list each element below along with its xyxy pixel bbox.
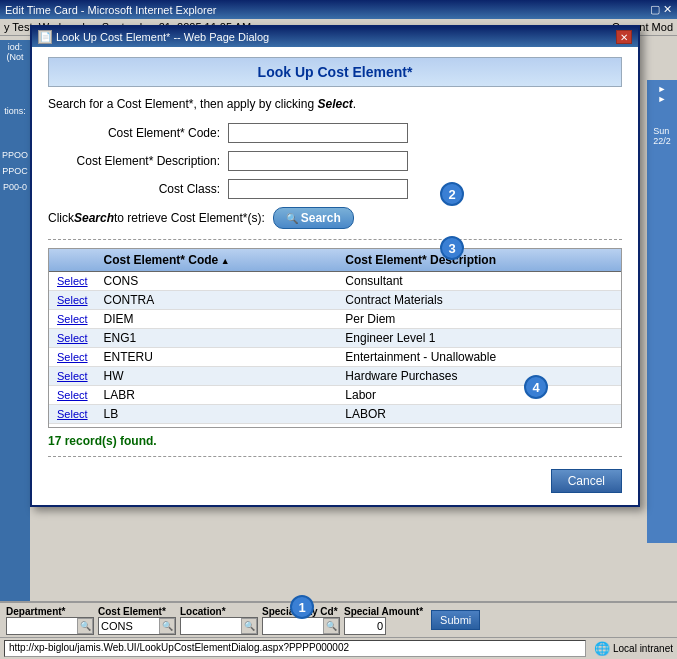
table-row: Select ENG1 Engineer Level 1 bbox=[49, 329, 621, 348]
select-cell: Select bbox=[49, 272, 96, 291]
select-link[interactable]: Select bbox=[57, 408, 88, 420]
search-row: Click Search to retrieve Cost Element*(s… bbox=[48, 207, 622, 229]
left-sidebar: iod:(Not tions: PPOO PPOC P00-0 bbox=[0, 40, 30, 601]
footer-divider bbox=[48, 456, 622, 457]
desc-form-row: Cost Element* Description: bbox=[48, 151, 622, 171]
table-row: Select DIEM Per Diem bbox=[49, 310, 621, 329]
instruction-pre: Search for a Cost Element*, then apply b… bbox=[48, 97, 317, 111]
desc-cell: Contract Materials bbox=[337, 291, 621, 310]
code-cell: MEALS bbox=[96, 424, 338, 429]
cancel-button[interactable]: Cancel bbox=[551, 469, 622, 493]
left-sidebar-label2: tions: bbox=[0, 104, 30, 118]
location-input[interactable] bbox=[181, 618, 241, 634]
table-row: Select ENTERU Entertainment - Unallowabl… bbox=[49, 348, 621, 367]
col1-header bbox=[49, 249, 96, 272]
dept-lookup-btn[interactable]: 🔍 bbox=[77, 618, 93, 634]
desc-cell: Per Diem bbox=[337, 310, 621, 329]
special-amount-input[interactable] bbox=[345, 618, 385, 634]
bottom-form: Department* 🔍 Cost Element* 🔍 Location* … bbox=[0, 601, 677, 637]
special-pay-lookup-btn[interactable]: 🔍 bbox=[323, 618, 339, 634]
dialog-title-left: 📄 Look Up Cost Element* -- Web Page Dial… bbox=[38, 30, 269, 44]
dept-input[interactable] bbox=[7, 618, 77, 634]
location-label: Location* bbox=[180, 606, 226, 617]
dialog-heading: Look Up Cost Element* bbox=[48, 57, 622, 87]
select-link[interactable]: Select bbox=[57, 370, 88, 382]
divider bbox=[48, 239, 622, 240]
class-input[interactable] bbox=[228, 179, 408, 199]
desc-cell: LABOR bbox=[337, 405, 621, 424]
desc-cell: Entertainment - Unallowable bbox=[337, 348, 621, 367]
special-amount-label: Special Amount* bbox=[344, 606, 423, 617]
select-cell: Select bbox=[49, 386, 96, 405]
table-header-row: Cost Element* Code Cost Element* Descrip… bbox=[49, 249, 621, 272]
select-cell: Select bbox=[49, 348, 96, 367]
zone-label: Local intranet bbox=[613, 643, 673, 654]
results-container[interactable]: Cost Element* Code Cost Element* Descrip… bbox=[48, 248, 622, 428]
select-cell: Select bbox=[49, 424, 96, 429]
location-field-group: Location* 🔍 bbox=[180, 606, 258, 635]
dialog-titlebar: 📄 Look Up Cost Element* -- Web Page Dial… bbox=[32, 27, 638, 47]
browser-window: Edit Time Card - Microsoft Internet Expl… bbox=[0, 0, 677, 659]
browser-title: Edit Time Card - Microsoft Internet Expl… bbox=[5, 4, 217, 16]
table-row: Select HW Hardware Purchases bbox=[49, 367, 621, 386]
special-pay-input[interactable] bbox=[263, 618, 323, 634]
lookup-dialog: 📄 Look Up Cost Element* -- Web Page Dial… bbox=[30, 25, 640, 507]
status-zone: 🌐 Local intranet bbox=[594, 641, 673, 656]
right-sidebar-label: ►► bbox=[657, 84, 667, 104]
record-count: 17 record(s) found. bbox=[48, 434, 622, 448]
dialog-close-button[interactable]: ✕ bbox=[616, 30, 632, 44]
code-label: Cost Element* Code: bbox=[48, 126, 228, 140]
left-sidebar-code1: PPOO bbox=[0, 148, 30, 162]
table-row: Select CONTRA Contract Materials bbox=[49, 291, 621, 310]
search-instr-italic: Search bbox=[74, 211, 114, 225]
search-icon: 🔍 bbox=[286, 213, 298, 224]
select-link[interactable]: Select bbox=[57, 275, 88, 287]
select-cell: Select bbox=[49, 310, 96, 329]
select-cell: Select bbox=[49, 329, 96, 348]
dept-label: Department* bbox=[6, 606, 65, 617]
dialog-body: Look Up Cost Element* Search for a Cost … bbox=[32, 47, 638, 505]
special-pay-input-wrap: 🔍 bbox=[262, 617, 340, 635]
left-sidebar-code3: P00-0 bbox=[0, 180, 30, 194]
results-table: Cost Element* Code Cost Element* Descrip… bbox=[49, 249, 621, 428]
location-input-wrap: 🔍 bbox=[180, 617, 258, 635]
select-link[interactable]: Select bbox=[57, 389, 88, 401]
code-cell: CONS bbox=[96, 272, 338, 291]
desc-cell: Engineer Level 1 bbox=[337, 329, 621, 348]
desc-cell: Labor bbox=[337, 386, 621, 405]
select-link[interactable]: Select bbox=[57, 294, 88, 306]
col2-header[interactable]: Cost Element* Code bbox=[96, 249, 338, 272]
code-cell: DIEM bbox=[96, 310, 338, 329]
cost-elem-label: Cost Element* bbox=[98, 606, 166, 617]
dialog-footer: Cancel bbox=[48, 465, 622, 493]
special-pay-label: Special Pay Cd* bbox=[262, 606, 338, 617]
table-row: Select CONS Consultant bbox=[49, 272, 621, 291]
special-amount-field-group: Special Amount* bbox=[344, 606, 423, 635]
code-cell: CONTRA bbox=[96, 291, 338, 310]
submit-button[interactable]: Submi bbox=[431, 610, 480, 630]
code-input[interactable] bbox=[228, 123, 408, 143]
browser-titlebar: Edit Time Card - Microsoft Internet Expl… bbox=[0, 0, 677, 19]
search-button-label: Search bbox=[301, 211, 341, 225]
search-button[interactable]: 🔍 Search bbox=[273, 207, 354, 229]
location-lookup-btn[interactable]: 🔍 bbox=[241, 618, 257, 634]
instruction-post: . bbox=[353, 97, 356, 111]
select-link[interactable]: Select bbox=[57, 313, 88, 325]
desc-input[interactable] bbox=[228, 151, 408, 171]
select-link[interactable]: Select bbox=[57, 427, 88, 428]
cost-elem-lookup-btn[interactable]: 🔍 bbox=[159, 618, 175, 634]
cost-elem-input[interactable] bbox=[99, 618, 159, 634]
select-link[interactable]: Select bbox=[57, 332, 88, 344]
cost-elem-input-wrap: 🔍 bbox=[98, 617, 176, 635]
dialog-title-text: Look Up Cost Element* -- Web Page Dialog bbox=[56, 31, 269, 43]
select-link[interactable]: Select bbox=[57, 351, 88, 363]
code-cell: LABR bbox=[96, 386, 338, 405]
dept-field-group: Department* 🔍 bbox=[6, 606, 94, 635]
search-instr-pre: Click bbox=[48, 211, 74, 225]
left-sidebar-code2: PPOC bbox=[0, 164, 30, 178]
table-row: Select LB LABOR bbox=[49, 405, 621, 424]
browser-controls: ▢ ✕ bbox=[650, 3, 672, 16]
desc-cell: Consultant bbox=[337, 272, 621, 291]
results-tbody: Select CONS Consultant Select CONTRA Con… bbox=[49, 272, 621, 429]
desc-label: Cost Element* Description: bbox=[48, 154, 228, 168]
